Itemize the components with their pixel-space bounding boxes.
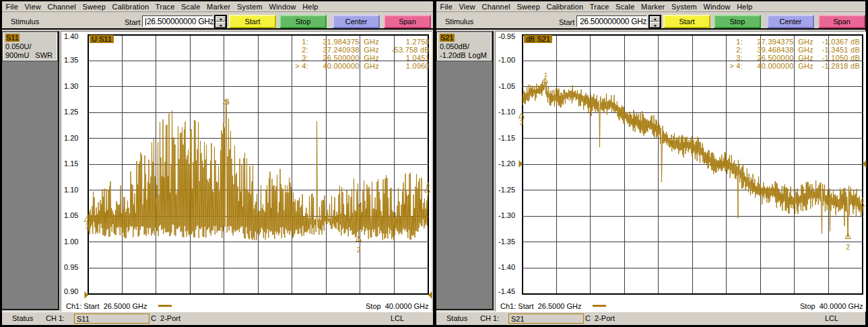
svg-text:2: 2 [356, 246, 360, 254]
svg-text:3: 3 [519, 120, 523, 127]
svg-text:4: 4 [426, 182, 430, 189]
svg-text:3: 3 [85, 223, 89, 231]
svg-text:4: 4 [860, 196, 864, 204]
svg-text:1: 1 [543, 71, 547, 78]
svg-text:1: 1 [226, 98, 230, 104]
svg-text:2: 2 [846, 244, 850, 251]
